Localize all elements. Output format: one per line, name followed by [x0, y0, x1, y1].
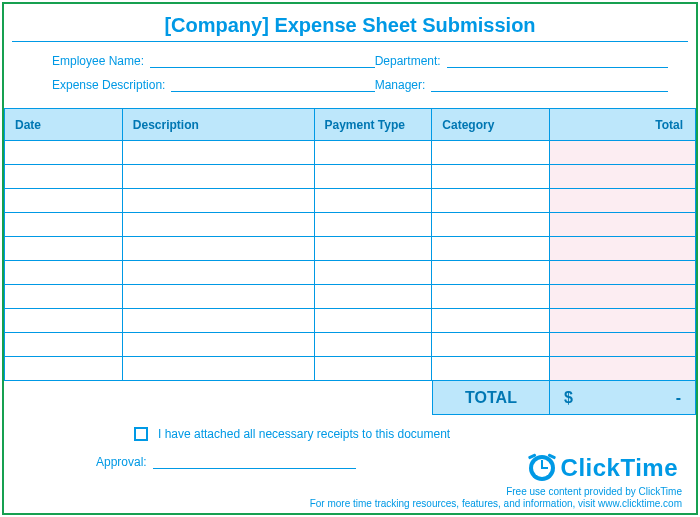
cell-category[interactable] — [432, 165, 550, 189]
table-row — [5, 165, 696, 189]
table-row — [5, 213, 696, 237]
cell-payment_type[interactable] — [314, 333, 432, 357]
footer-blank — [4, 381, 432, 415]
cell-description[interactable] — [122, 333, 314, 357]
table-row — [5, 189, 696, 213]
credit-line-2: For more time tracking resources, featur… — [310, 498, 682, 509]
cell-date[interactable] — [5, 357, 123, 381]
table-row — [5, 237, 696, 261]
cell-total[interactable] — [550, 237, 696, 261]
cell-payment_type[interactable] — [314, 165, 432, 189]
cell-description[interactable] — [122, 237, 314, 261]
cell-description[interactable] — [122, 261, 314, 285]
cell-date[interactable] — [5, 285, 123, 309]
expense-desc-input[interactable] — [171, 78, 374, 92]
approval-row: Approval: — [96, 455, 356, 469]
table-header-row: Date Description Payment Type Category T… — [5, 109, 696, 141]
cell-payment_type[interactable] — [314, 237, 432, 261]
cell-payment_type[interactable] — [314, 309, 432, 333]
cell-date[interactable] — [5, 141, 123, 165]
cell-category[interactable] — [432, 237, 550, 261]
col-total: Total — [550, 109, 696, 141]
col-payment: Payment Type — [314, 109, 432, 141]
cell-date[interactable] — [5, 165, 123, 189]
department-label: Department: — [375, 54, 445, 68]
cell-category[interactable] — [432, 261, 550, 285]
cell-description[interactable] — [122, 357, 314, 381]
table-row — [5, 285, 696, 309]
currency-symbol: $ — [564, 389, 573, 407]
credit-line-1: Free use content provided by ClickTime — [506, 486, 682, 497]
info-row-1: Employee Name: Department: — [52, 54, 668, 68]
cell-total[interactable] — [550, 357, 696, 381]
cell-category[interactable] — [432, 357, 550, 381]
total-value: $ - — [550, 381, 696, 415]
manager-label: Manager: — [375, 78, 430, 92]
cell-total[interactable] — [550, 285, 696, 309]
col-date: Date — [5, 109, 123, 141]
cell-category[interactable] — [432, 333, 550, 357]
total-row: TOTAL $ - — [4, 381, 696, 415]
page-title: [Company] Expense Sheet Submission — [12, 4, 688, 42]
clock-icon — [527, 453, 557, 483]
cell-date[interactable] — [5, 189, 123, 213]
cell-payment_type[interactable] — [314, 357, 432, 381]
receipts-text: I have attached all necessary receipts t… — [158, 427, 450, 441]
table-row — [5, 333, 696, 357]
cell-category[interactable] — [432, 141, 550, 165]
approval-label: Approval: — [96, 455, 151, 469]
cell-date[interactable] — [5, 261, 123, 285]
employee-name-label: Employee Name: — [52, 54, 148, 68]
cell-total[interactable] — [550, 333, 696, 357]
expense-desc-label: Expense Description: — [52, 78, 169, 92]
manager-field: Manager: — [375, 78, 668, 92]
cell-payment_type[interactable] — [314, 141, 432, 165]
info-block: Employee Name: Department: Expense Descr… — [4, 48, 696, 108]
brand-logo: ClickTime — [527, 453, 678, 483]
attachment-row: I have attached all necessary receipts t… — [134, 427, 696, 441]
table-row — [5, 141, 696, 165]
cell-description[interactable] — [122, 285, 314, 309]
cell-date[interactable] — [5, 237, 123, 261]
cell-description[interactable] — [122, 189, 314, 213]
total-dash: - — [676, 389, 681, 407]
info-row-2: Expense Description: Manager: — [52, 78, 668, 92]
cell-description[interactable] — [122, 309, 314, 333]
cell-total[interactable] — [550, 189, 696, 213]
receipts-checkbox[interactable] — [134, 427, 148, 441]
table-row — [5, 309, 696, 333]
manager-input[interactable] — [431, 78, 668, 92]
table-row — [5, 357, 696, 381]
cell-date[interactable] — [5, 213, 123, 237]
department-input[interactable] — [447, 54, 668, 68]
department-field: Department: — [375, 54, 668, 68]
table-row — [5, 261, 696, 285]
expense-desc-field: Expense Description: — [52, 78, 375, 92]
employee-name-field: Employee Name: — [52, 54, 375, 68]
cell-date[interactable] — [5, 333, 123, 357]
cell-total[interactable] — [550, 165, 696, 189]
cell-category[interactable] — [432, 213, 550, 237]
cell-total[interactable] — [550, 309, 696, 333]
cell-payment_type[interactable] — [314, 285, 432, 309]
cell-total[interactable] — [550, 261, 696, 285]
cell-date[interactable] — [5, 309, 123, 333]
cell-payment_type[interactable] — [314, 189, 432, 213]
col-description: Description — [122, 109, 314, 141]
cell-description[interactable] — [122, 141, 314, 165]
cell-description[interactable] — [122, 165, 314, 189]
total-label: TOTAL — [432, 381, 550, 415]
expense-table: Date Description Payment Type Category T… — [4, 108, 696, 381]
employee-name-input[interactable] — [150, 54, 375, 68]
cell-category[interactable] — [432, 285, 550, 309]
cell-total[interactable] — [550, 213, 696, 237]
brand-text: ClickTime — [561, 454, 678, 482]
col-category: Category — [432, 109, 550, 141]
cell-payment_type[interactable] — [314, 213, 432, 237]
cell-category[interactable] — [432, 309, 550, 333]
cell-category[interactable] — [432, 189, 550, 213]
cell-payment_type[interactable] — [314, 261, 432, 285]
approval-input[interactable] — [153, 455, 356, 469]
cell-description[interactable] — [122, 213, 314, 237]
cell-total[interactable] — [550, 141, 696, 165]
